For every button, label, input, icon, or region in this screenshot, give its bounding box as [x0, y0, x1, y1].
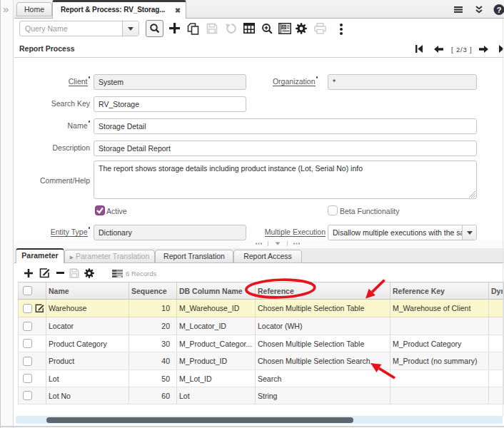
svg-text:?: ?	[497, 6, 502, 14]
